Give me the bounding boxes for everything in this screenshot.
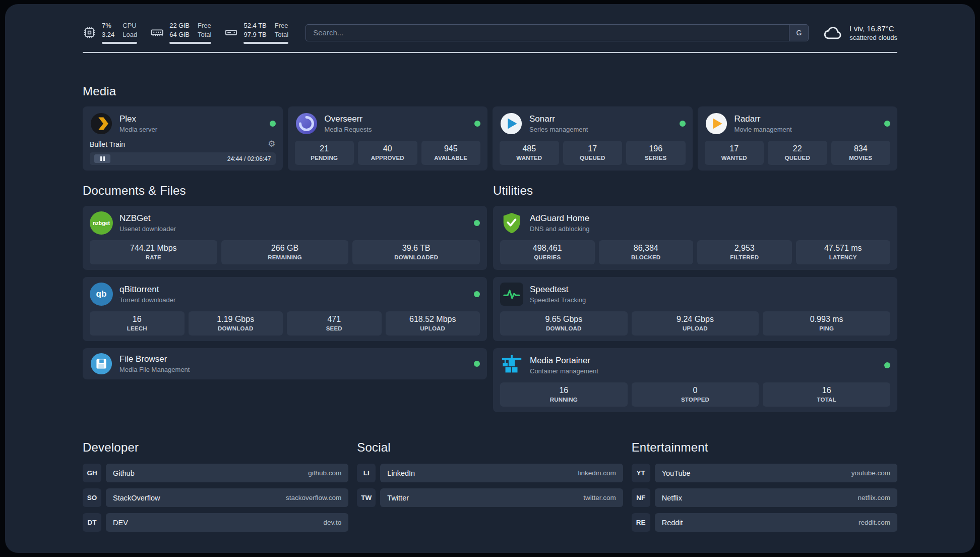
- link-url: stackoverflow.com: [286, 494, 341, 502]
- stat-label: PENDING: [298, 155, 351, 161]
- stat-value: 1.19 Gbps: [192, 315, 280, 324]
- stat-value: 9.65 Gbps: [503, 315, 625, 324]
- stat-value: 9.24 Gbps: [635, 315, 756, 324]
- devto-badge-icon: DT: [83, 513, 101, 532]
- stat-label: SEED: [290, 325, 379, 331]
- adguard-card[interactable]: AdGuard Home DNS and adblocking 498,461 …: [493, 206, 897, 270]
- stat-value: 744.21 Mbps: [93, 244, 214, 253]
- overseerr-card[interactable]: Overseerr Media Requests 21 PENDING 40 A…: [288, 106, 488, 171]
- utilities-section-heading: Utilities: [493, 184, 897, 198]
- link-youtube[interactable]: YT YouTube youtube.com: [632, 464, 897, 482]
- app-subtitle: Series management: [529, 126, 588, 133]
- stat-value: 266 GB: [224, 244, 346, 253]
- speedtest-card[interactable]: Speedtest Speedtest Tracking 9.65 Gbps D…: [493, 277, 897, 341]
- stat-tile: 9.24 Gbps UPLOAD: [632, 311, 759, 336]
- playback-time: 24:44 / 02:06:47: [227, 155, 271, 162]
- stat-tile: 86,384 BLOCKED: [599, 240, 694, 264]
- stat-value: 47.571 ms: [799, 244, 888, 253]
- stat-tile: 22 QUEUED: [768, 141, 827, 165]
- filebrowser-card[interactable]: File Browser Media File Management: [83, 348, 487, 379]
- adguard-icon: [500, 211, 523, 235]
- gear-icon[interactable]: ⚙: [268, 140, 275, 148]
- cpu-percent-value: 7%: [102, 21, 114, 30]
- link-url: reddit.com: [859, 519, 890, 526]
- qbittorrent-icon: qb: [90, 283, 113, 306]
- stat-label: TOTAL: [766, 397, 887, 403]
- cpu-icon: [83, 26, 96, 39]
- stat-tile: 0 STOPPED: [632, 382, 759, 407]
- plex-now-playing-widget: Bullet Train ⚙ 24:44 / 02:06:47: [90, 140, 276, 165]
- link-stackoverflow[interactable]: SO StackOverflow stackoverflow.com: [83, 488, 348, 507]
- app-title: File Browser: [119, 354, 190, 364]
- link-netflix[interactable]: NF Netflix netflix.com: [632, 488, 897, 507]
- app-title: NZBGet: [119, 213, 176, 224]
- status-dot: [474, 361, 480, 367]
- link-name: Netflix: [662, 494, 682, 502]
- weather-condition: scattered clouds: [849, 34, 897, 41]
- stat-label: QUEUED: [771, 155, 824, 161]
- link-twitter[interactable]: TW Twitter twitter.com: [357, 488, 623, 507]
- stat-value: 485: [503, 144, 556, 153]
- app-title: Radarr: [734, 114, 792, 124]
- link-url: twitter.com: [583, 494, 616, 502]
- link-dev-to[interactable]: DT DEV dev.to: [83, 513, 348, 532]
- stat-label: SERIES: [629, 155, 683, 161]
- social-links-column: Social LI LinkedIn linkedin.com TW Twitt…: [357, 440, 623, 538]
- sonarr-icon: [500, 112, 523, 135]
- sonarr-card[interactable]: Sonarr Series management 485 WANTED 17 Q…: [493, 106, 693, 171]
- stat-label: REMAINING: [224, 254, 346, 260]
- app-subtitle: DNS and adblocking: [530, 225, 590, 233]
- stat-value: 22: [771, 144, 824, 153]
- playback-progress-bar[interactable]: 24:44 / 02:06:47: [90, 152, 276, 165]
- stat-label: UPLOAD: [389, 325, 477, 331]
- pause-icon[interactable]: [94, 154, 110, 163]
- qbittorrent-card[interactable]: qb qBittorrent Torrent downloader 16: [83, 277, 487, 341]
- link-name: Github: [113, 469, 135, 477]
- stat-label: DOWNLOAD: [503, 325, 625, 331]
- search-engine-button[interactable]: G: [789, 25, 808, 41]
- stat-label: LATENCY: [799, 254, 888, 260]
- stat-value: 498,461: [503, 244, 592, 253]
- disk-icon: [224, 26, 238, 39]
- radarr-card[interactable]: Radarr Movie management 17 WANTED 22 QUE…: [698, 106, 898, 171]
- stat-value: 86,384: [602, 244, 691, 253]
- stat-label: BLOCKED: [602, 254, 691, 260]
- stat-label: RATE: [93, 254, 214, 260]
- filebrowser-icon: [90, 352, 113, 375]
- app-subtitle: Torrent downloader: [119, 296, 175, 304]
- weather-location: Lviv, 16.87°C: [849, 24, 897, 34]
- stat-label: AVAILABLE: [424, 155, 478, 161]
- status-dot: [474, 121, 480, 127]
- disk-total-value: 97.9 TB: [243, 30, 266, 39]
- plex-card[interactable]: Plex Media server Bullet Train ⚙ 24:44 /…: [83, 106, 283, 171]
- stat-value: 40: [361, 144, 414, 153]
- nzbget-icon: nzbget: [90, 211, 113, 235]
- stat-tile: 945 AVAILABLE: [421, 141, 481, 165]
- stat-label: DOWNLOAD: [192, 325, 280, 331]
- stat-value: 17: [566, 144, 620, 153]
- media-section-heading: Media: [83, 84, 897, 98]
- app-title: Media Portainer: [530, 356, 598, 366]
- stat-tile: 2,953 FILTERED: [697, 240, 792, 264]
- overseerr-icon: [295, 112, 318, 135]
- link-linkedin[interactable]: LI LinkedIn linkedin.com: [357, 464, 623, 482]
- app-title: Sonarr: [529, 114, 588, 124]
- stat-value: 16: [93, 315, 181, 324]
- portainer-card[interactable]: Media Portainer Container management 16 …: [493, 348, 897, 412]
- stat-label: FILTERED: [700, 254, 789, 260]
- nzbget-card[interactable]: nzbget NZBGet Usenet downloader 744.21 M…: [83, 206, 487, 270]
- link-github[interactable]: GH Github github.com: [83, 464, 348, 482]
- link-reddit[interactable]: RE Reddit reddit.com: [632, 513, 897, 532]
- stat-tile: 17 WANTED: [705, 141, 764, 165]
- stat-value: 945: [424, 144, 478, 153]
- cpu-label: CPU: [122, 21, 137, 30]
- stat-tile: 47.571 ms LATENCY: [796, 240, 891, 264]
- stat-tile: 834 MOVIES: [831, 141, 891, 165]
- stat-value: 39.6 TB: [355, 244, 477, 253]
- search-input[interactable]: [306, 25, 789, 41]
- cpu-load-value: 3.24: [102, 30, 114, 39]
- stat-tile: 40 APPROVED: [358, 141, 417, 165]
- stat-label: QUERIES: [503, 254, 592, 260]
- stat-value: 16: [503, 386, 625, 395]
- stat-tile: 16 LEECH: [90, 311, 185, 336]
